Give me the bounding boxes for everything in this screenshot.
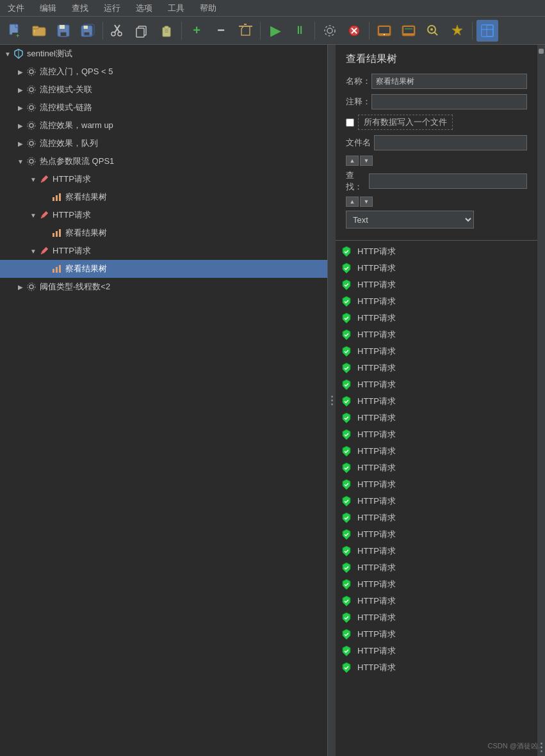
http-list-item[interactable]: HTTP请求 <box>341 626 532 643</box>
scroll-up-btn-1[interactable]: ▲ <box>346 156 359 166</box>
http-list-item[interactable]: HTTP请求 <box>341 277 532 293</box>
pause-button[interactable]: ⏸ <box>289 20 311 42</box>
http-item-label: HTTP请求 <box>357 379 396 390</box>
view-type-select[interactable]: Text RegExp Tester CSS/JQuery Tester XPa… <box>346 211 474 229</box>
vertical-splitter[interactable] <box>328 45 336 756</box>
svg-line-37 <box>434 32 437 35</box>
tree-arrow-root <box>3 49 13 59</box>
save-button[interactable] <box>53 20 74 42</box>
search-input[interactable] <box>369 173 527 189</box>
menu-tools[interactable]: 工具 <box>165 1 187 15</box>
menu-run[interactable]: 运行 <box>101 1 123 15</box>
http-list-item[interactable]: HTTP请求 <box>341 426 532 443</box>
http-list-item[interactable]: HTTP请求 <box>341 593 532 609</box>
tree-item-threshold[interactable]: 阈值类型-线程数<2 <box>0 278 327 296</box>
http-list-item[interactable]: HTTP请求 <box>341 393 532 410</box>
tree-item-liukong2[interactable]: 流控模式-关联 <box>0 81 327 99</box>
http-list-item[interactable]: HTTP请求 <box>341 360 532 376</box>
tool4-button[interactable] <box>446 20 468 42</box>
shield-icon <box>341 429 352 440</box>
remove-button[interactable]: − <box>210 20 232 42</box>
scroll-down-btn-2[interactable]: ▼ <box>360 197 373 207</box>
tool1-button[interactable] <box>373 20 395 42</box>
http-list-item[interactable]: HTTP请求 <box>341 510 532 526</box>
http-list-item[interactable]: HTTP请求 <box>341 460 532 476</box>
svg-point-47 <box>29 106 33 109</box>
sep2 <box>181 22 182 40</box>
tool3-button[interactable] <box>422 20 444 42</box>
tree-item-http2[interactable]: HTTP请求 <box>0 206 327 224</box>
http-list-item[interactable]: HTTP请求 <box>341 609 532 626</box>
save-all-button[interactable] <box>77 20 99 42</box>
copy-button[interactable] <box>131 20 153 42</box>
tool2-button[interactable] <box>398 20 419 42</box>
panel-button[interactable] <box>476 20 498 42</box>
tree-root[interactable]: sentinel测试 <box>0 45 327 63</box>
config1-button[interactable] <box>319 20 341 42</box>
http-list-item[interactable]: HTTP请求 <box>341 559 532 576</box>
http-list-item[interactable]: HTTP请求 <box>341 410 532 426</box>
tree-item-result2[interactable]: 察看结果树 <box>0 224 327 242</box>
http-list-item[interactable]: HTTP请求 <box>341 643 532 659</box>
http-item-label: HTTP请求 <box>357 329 396 341</box>
http-item-label: HTTP请求 <box>357 362 396 374</box>
gear-icon-3 <box>26 102 37 113</box>
http-list-item[interactable]: HTTP请求 <box>341 243 532 260</box>
http-list-item[interactable]: HTTP请求 <box>341 343 532 360</box>
http-list-item[interactable]: HTTP请求 <box>341 576 532 593</box>
http-list-item[interactable]: HTTP请求 <box>341 526 532 543</box>
scroll-down-btn-1[interactable]: ▼ <box>360 156 373 166</box>
http-list-item[interactable]: HTTP请求 <box>341 326 532 343</box>
tree-item-result1[interactable]: 察看结果树 <box>0 188 327 206</box>
pen-icon-2 <box>38 209 50 221</box>
shield-icon <box>341 479 352 490</box>
new-file-button[interactable]: + <box>4 20 26 42</box>
tree-item-queue[interactable]: 流控效果，队列 <box>0 134 327 152</box>
clear-button[interactable] <box>234 20 256 42</box>
tree-item-hotspot[interactable]: 热点参数限流 QPS1 <box>0 152 327 170</box>
gear-icon-7 <box>26 281 37 293</box>
http-list-item[interactable]: HTTP请求 <box>341 293 532 310</box>
add-button[interactable]: + <box>186 20 207 42</box>
scrollbar-dots <box>541 743 542 755</box>
comment-input[interactable] <box>371 94 527 109</box>
tree-item-liukong3[interactable]: 流控模式-链路 <box>0 99 327 117</box>
menu-edit[interactable]: 编辑 <box>37 1 59 15</box>
http-list-item[interactable]: HTTP请求 <box>341 476 532 493</box>
cut-button[interactable] <box>107 20 129 42</box>
tree-item-liukong1[interactable]: 流控入门，QPS < 5 <box>0 63 327 81</box>
http-list-item[interactable]: HTTP请求 <box>341 260 532 277</box>
file-input[interactable] <box>374 135 527 150</box>
name-input[interactable] <box>371 74 527 89</box>
gear-icon-2 <box>26 84 37 95</box>
paste-button[interactable] <box>156 20 177 42</box>
menu-find[interactable]: 查找 <box>69 1 91 15</box>
http-item-label: HTTP请求 <box>357 246 396 257</box>
http-list-item[interactable]: HTTP请求 <box>341 443 532 460</box>
search-label: 查找： <box>346 170 369 193</box>
svg-rect-61 <box>56 231 58 237</box>
tree-item-http3[interactable]: HTTP请求 <box>0 242 327 260</box>
alldata-checkbox[interactable] <box>346 118 354 127</box>
svg-point-54 <box>28 157 35 165</box>
scroll-up-btn-2[interactable]: ▲ <box>346 197 359 207</box>
tree-arrow-http2 <box>28 210 38 220</box>
http-list-item[interactable]: HTTP请求 <box>341 310 532 326</box>
http-item-label: HTTP请求 <box>357 296 396 307</box>
http-list-item[interactable]: HTTP请求 <box>341 376 532 393</box>
run-button[interactable]: ▶ <box>264 20 286 42</box>
open-button[interactable] <box>28 20 50 42</box>
tree-item-http1[interactable]: HTTP请求 <box>0 170 327 188</box>
menu-file[interactable]: 文件 <box>5 1 27 15</box>
menu-options[interactable]: 选项 <box>133 1 155 15</box>
http-list-item[interactable]: HTTP请求 <box>341 543 532 559</box>
http-list-item[interactable]: HTTP请求 <box>341 659 532 676</box>
http-item-label: HTTP请求 <box>357 479 396 490</box>
right-scrollbar[interactable] <box>537 45 545 756</box>
tree-item-result3[interactable]: 察看结果树 <box>0 260 327 278</box>
config2-button[interactable] <box>343 20 365 42</box>
menu-help[interactable]: 帮助 <box>197 1 219 15</box>
http-list-item[interactable]: HTTP请求 <box>341 493 532 510</box>
sep3 <box>260 22 261 40</box>
tree-item-warmup[interactable]: 流控效果，warm up <box>0 117 327 134</box>
